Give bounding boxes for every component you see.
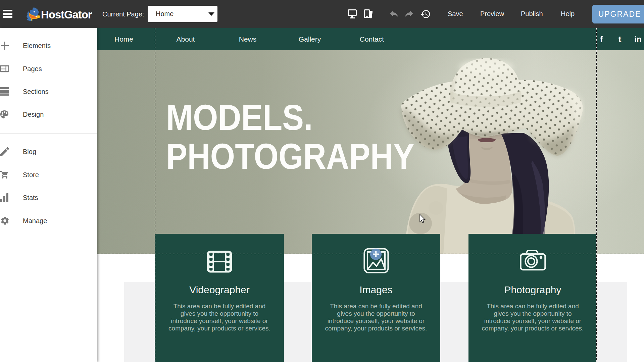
svg-text:MODELS.: MODELS. bbox=[166, 97, 313, 138]
svg-text:PHOTOGRAPHY: PHOTOGRAPHY bbox=[166, 136, 414, 176]
